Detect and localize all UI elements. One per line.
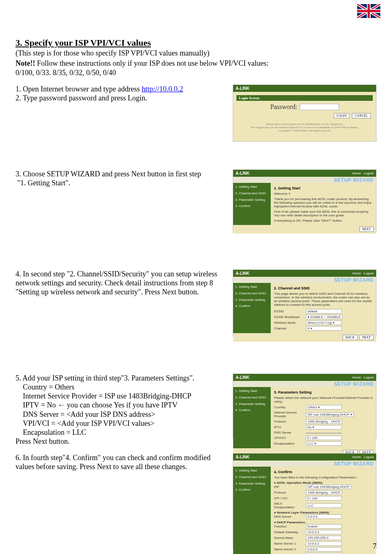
- note-line: Note!! Follow these instructions only if…: [16, 59, 376, 68]
- router-url-link[interactable]: http://10.0.0.2: [142, 85, 183, 93]
- cancel-button[interactable]: CANCEL: [352, 113, 371, 118]
- uk-flag-icon: [357, 4, 381, 18]
- login-password[interactable]: [300, 104, 339, 110]
- vpi-values: 0/100, 0/33. 8/35, 0/32, 0/50, 0/40: [16, 69, 376, 77]
- step3-text: 3. Choose SETUP WIZARD and press Next bu…: [16, 169, 227, 187]
- screenshot-login: A-LINK Login Screen Password: LOGIN CANC…: [233, 85, 376, 142]
- section-subtitle: (This step is for those who specify ISP …: [16, 49, 376, 58]
- step4-text: 4. In second step "2. Channel/SSID/Secur…: [16, 269, 227, 296]
- screenshot-parameters: A-LINKHome Logout SETUP WIZARD 1. Gettin…: [233, 374, 376, 439]
- screenshot-channel-ssid: A-LINKHome Logout SETUP WIZARD 1. Gettin…: [233, 269, 376, 337]
- next-button[interactable]: NEXT: [359, 227, 374, 232]
- step6-text: 6. In fourth step"4. Confirm" you can ch…: [16, 453, 227, 471]
- screenshot-confirm: A-LINKHome Logout SETUP WIZARD 1. Gettin…: [233, 453, 376, 549]
- screenshot-getting-start: A-LINKHome Logout SETUP WIZARD 1. Gettin…: [233, 169, 376, 233]
- svg-rect-4: [357, 10, 381, 12]
- section-title: 3. Specify your ISP VPI/VCI values: [16, 38, 376, 48]
- step5-text: 5. Add your ISP setting in third step"3.…: [16, 374, 227, 446]
- step12-text: 1. Open Internet browser and type addres…: [16, 85, 227, 102]
- next-button[interactable]: NEXT: [359, 335, 374, 340]
- page-number: 7: [373, 542, 376, 551]
- login-button[interactable]: LOGIN: [334, 113, 350, 118]
- back-button[interactable]: BACK: [343, 335, 357, 340]
